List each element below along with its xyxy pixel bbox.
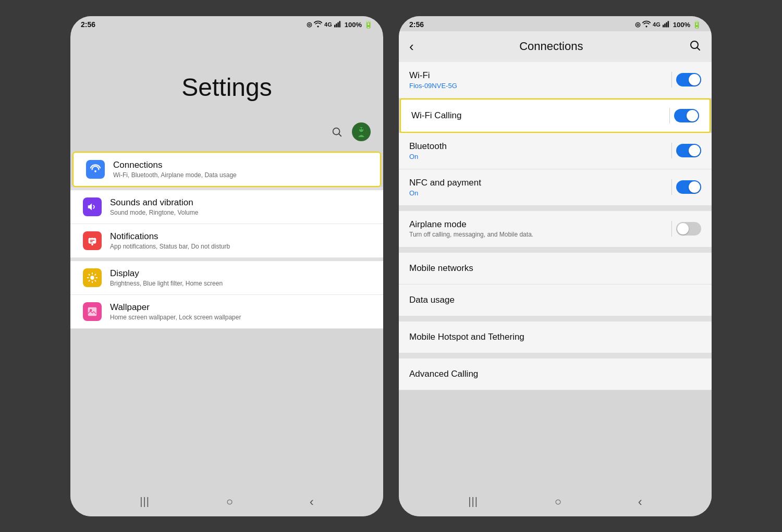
home-btn-right[interactable]: ○ bbox=[555, 495, 561, 509]
settings-item-sounds[interactable]: Sounds and vibration Sound mode, Rington… bbox=[70, 190, 383, 224]
svg-rect-15 bbox=[90, 240, 94, 241]
bluetooth-toggle-knob bbox=[689, 145, 700, 156]
lte-icon: 4G bbox=[324, 21, 332, 28]
wifi-calling-toggle-knob bbox=[687, 110, 698, 121]
airplane-title: Airplane mode bbox=[409, 219, 533, 230]
wallpaper-text: Wallpaper Home screen wallpaper, Lock sc… bbox=[110, 302, 241, 321]
wifi-item-right bbox=[671, 72, 701, 88]
bottom-nav-right: ||| ○ ‹ bbox=[399, 487, 712, 516]
notifications-title: Notifications bbox=[110, 231, 230, 242]
divider-airplane bbox=[671, 221, 672, 237]
connections-title: Connections bbox=[113, 160, 237, 170]
left-phone: 2:56 ◎ 4G 100% 🔋 bbox=[70, 16, 383, 516]
conn-item-hotspot[interactable]: Mobile Hotspot and Tethering bbox=[399, 321, 712, 353]
airplane-toggle[interactable] bbox=[676, 222, 701, 236]
wifi-subtitle: Fios-09NVE-5G bbox=[409, 82, 457, 90]
svg-point-14 bbox=[91, 243, 93, 245]
svg-rect-20 bbox=[663, 24, 664, 27]
search-icon-left[interactable] bbox=[328, 123, 346, 141]
connections-text: Connections Wi-Fi, Bluetooth, Airplane m… bbox=[113, 160, 237, 179]
wifi-status-icon-right bbox=[642, 20, 651, 29]
lte-icon-right: 4G bbox=[653, 21, 661, 28]
conn-item-airplane[interactable]: Airplane mode Turn off calling, messagin… bbox=[399, 211, 712, 248]
svg-rect-22 bbox=[666, 22, 667, 27]
notifications-icon bbox=[83, 231, 102, 250]
airplane-item-right bbox=[671, 221, 701, 237]
nfc-title: NFC and payment bbox=[409, 178, 481, 188]
conn-item-mobile-networks[interactable]: Mobile networks bbox=[399, 253, 712, 284]
nfc-toggle[interactable] bbox=[676, 180, 701, 194]
bluetooth-toggle[interactable] bbox=[676, 144, 701, 157]
settings-item-connections[interactable]: Connections Wi-Fi, Bluetooth, Airplane m… bbox=[72, 152, 381, 187]
back-btn-connections[interactable]: ‹ bbox=[409, 39, 414, 55]
connections-subtitle: Wi-Fi, Bluetooth, Airplane mode, Data us… bbox=[113, 171, 237, 179]
airplane-item-left: Airplane mode Turn off calling, messagin… bbox=[409, 219, 533, 239]
settings-search-row bbox=[70, 122, 383, 152]
status-time-left: 2:56 bbox=[81, 20, 95, 29]
sounds-icon bbox=[83, 197, 102, 216]
display-subtitle: Brightness, Blue light filter, Home scre… bbox=[110, 280, 223, 287]
connections-list: Wi-Fi Fios-09NVE-5G Wi-Fi Calling bbox=[399, 62, 712, 487]
menu-btn-right[interactable]: ||| bbox=[468, 496, 478, 508]
notifications-text: Notifications App notifications, Status … bbox=[110, 231, 230, 250]
svg-point-9 bbox=[360, 128, 361, 129]
sounds-subtitle: Sound mode, Ringtone, Volume bbox=[110, 209, 198, 216]
svg-rect-3 bbox=[339, 21, 340, 27]
back-btn-left[interactable]: ‹ bbox=[310, 494, 314, 509]
home-btn-left[interactable]: ○ bbox=[226, 495, 233, 509]
advanced-calling-title: Advanced Calling bbox=[409, 369, 478, 379]
nfc-item-right bbox=[671, 179, 701, 195]
wallpaper-subtitle: Home screen wallpaper, Lock screen wallp… bbox=[110, 314, 241, 321]
settings-title: Settings bbox=[70, 31, 383, 122]
divider-bluetooth bbox=[671, 143, 672, 158]
svg-rect-2 bbox=[337, 22, 338, 27]
svg-rect-21 bbox=[664, 23, 665, 27]
status-bar-left: 2:56 ◎ 4G 100% 🔋 bbox=[70, 16, 383, 31]
menu-btn-left[interactable]: ||| bbox=[140, 496, 150, 508]
right-phone: 2:56 ◎ 4G 100% 🔋 bbox=[399, 16, 712, 516]
conn-item-wifi-calling[interactable]: Wi-Fi Calling bbox=[400, 98, 711, 133]
settings-item-notifications[interactable]: Notifications App notifications, Status … bbox=[70, 224, 383, 258]
wifi-calling-toggle[interactable] bbox=[674, 109, 699, 122]
wifi-item-left: Wi-Fi Fios-09NVE-5G bbox=[409, 70, 457, 90]
battery-right: 100% bbox=[673, 21, 690, 29]
settings-item-display[interactable]: Display Brightness, Blue light filter, H… bbox=[70, 261, 383, 295]
nfc-item-left: NFC and payment On bbox=[409, 178, 481, 197]
shazam-icon: ◎ bbox=[307, 21, 312, 28]
airplane-subtitle: Turn off calling, messaging, and Mobile … bbox=[409, 231, 533, 239]
svg-line-26 bbox=[697, 48, 700, 51]
data-usage-title: Data usage bbox=[409, 295, 455, 305]
conn-item-nfc[interactable]: NFC and payment On bbox=[399, 169, 712, 206]
settings-item-wallpaper[interactable]: Wallpaper Home screen wallpaper, Lock sc… bbox=[70, 295, 383, 329]
divider-wifi-calling bbox=[669, 108, 670, 123]
battery-icon-left: 🔋 bbox=[364, 20, 373, 29]
connections-header-title: Connections bbox=[519, 40, 583, 53]
section-gap-4 bbox=[399, 353, 712, 358]
profile-avatar[interactable] bbox=[352, 122, 371, 141]
bluetooth-subtitle: On bbox=[409, 153, 447, 160]
search-btn-connections[interactable] bbox=[689, 39, 701, 54]
wifi-status-icon bbox=[314, 20, 322, 29]
conn-item-data-usage[interactable]: Data usage bbox=[399, 284, 712, 316]
airplane-toggle-knob bbox=[677, 223, 689, 234]
mobile-networks-title: Mobile networks bbox=[409, 263, 473, 274]
svg-point-10 bbox=[362, 128, 363, 129]
svg-rect-16 bbox=[90, 241, 93, 242]
display-text: Display Brightness, Blue light filter, H… bbox=[110, 268, 223, 287]
svg-point-11 bbox=[94, 170, 96, 172]
back-btn-right[interactable]: ‹ bbox=[638, 494, 642, 509]
svg-rect-23 bbox=[667, 21, 668, 27]
wallpaper-icon bbox=[83, 302, 102, 321]
svg-rect-4 bbox=[341, 20, 342, 27]
battery-left: 100% bbox=[345, 21, 362, 29]
conn-item-bluetooth[interactable]: Bluetooth On bbox=[399, 133, 712, 169]
connections-header: ‹ Connections bbox=[399, 31, 712, 62]
section-gap-3 bbox=[399, 316, 712, 321]
display-icon bbox=[83, 268, 102, 287]
conn-item-advanced-calling[interactable]: Advanced Calling bbox=[399, 358, 712, 390]
svg-rect-18 bbox=[88, 307, 97, 316]
wifi-calling-title: Wi-Fi Calling bbox=[411, 110, 461, 121]
svg-rect-1 bbox=[336, 23, 337, 27]
wifi-toggle[interactable] bbox=[676, 73, 701, 86]
conn-item-wifi[interactable]: Wi-Fi Fios-09NVE-5G bbox=[399, 62, 712, 98]
